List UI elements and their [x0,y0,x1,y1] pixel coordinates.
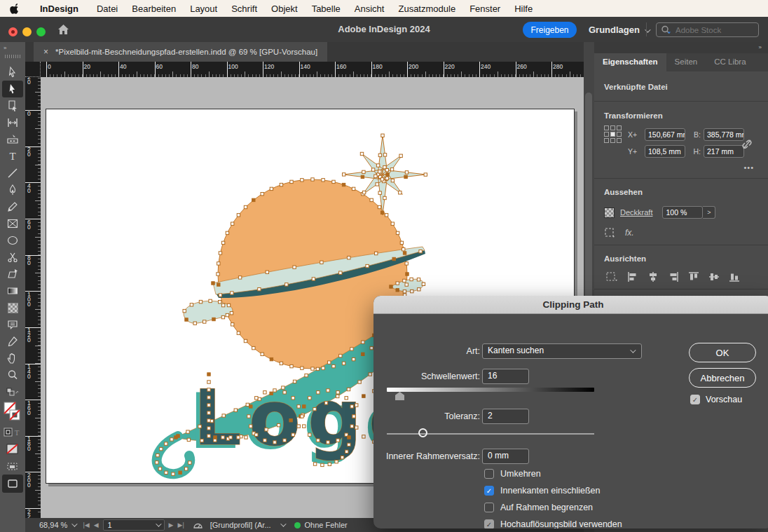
align-top-icon[interactable] [688,271,699,282]
align-right-icon[interactable] [668,271,679,282]
preview-checkbox-row[interactable]: ✓ Vorschau [690,395,742,404]
dashed-frame-icon[interactable] [2,458,23,475]
corner-options-icon[interactable] [604,227,615,238]
cancel-button[interactable]: Abbrechen [689,368,756,388]
vertical-ruler[interactable]: 2 002 04 06 08 01 0 01 2 01 4 01 6 01 8 … [25,77,41,518]
restrict-to-frame-checkbox[interactable] [484,503,494,512]
zoom-tool[interactable] [2,367,23,383]
menu-datei[interactable]: Datei [90,4,125,14]
x-field[interactable]: 150,667 mm [645,128,685,141]
panel-tab-cc-libraries[interactable]: CC Libra [706,53,754,71]
menu-objekt[interactable]: Objekt [264,4,305,14]
eyedropper-tool[interactable] [2,333,23,350]
content-collector-tool[interactable] [2,131,23,148]
rectangle-frame-tool[interactable] [2,215,23,232]
opacity-field[interactable]: 100 % > [662,206,715,219]
preview-checkbox[interactable]: ✓ [690,395,700,404]
preflight-profile[interactable]: [Grundprofil] (Ar... [210,521,271,529]
page-tool[interactable] [2,97,23,114]
menu-layout[interactable]: Layout [183,4,224,14]
panel-grip[interactable] [5,55,20,58]
threshold-slider[interactable] [387,388,594,392]
document-tab[interactable]: × *Pixelbild-mit-Beschneidungspfad-erste… [34,42,327,62]
reference-point-selector[interactable] [604,125,622,143]
close-icon[interactable]: × [43,47,48,57]
formatting-container-text-toggle[interactable]: T [2,424,23,441]
menu-zusatzmodule[interactable]: Zusatzmodule [391,4,462,14]
more-options-icon[interactable]: ••• [604,163,754,172]
page-number-field[interactable] [103,519,165,531]
use-high-res-image-checkbox[interactable]: ✓ [484,519,494,528]
first-page-button[interactable]: |◀ [83,521,89,528]
checkbox-row-use-high-res-image[interactable]: ✓Hochauflösungsbild verwenden [484,519,622,528]
opacity-label[interactable]: Deckkraft [620,208,652,217]
align-bottom-icon[interactable] [729,271,740,282]
invert-checkbox[interactable] [484,469,494,479]
window-close-button[interactable] [8,27,18,36]
home-icon[interactable] [57,24,69,35]
horizontal-ruler[interactable]: 020406080100120140160180200220240260280 [41,62,584,77]
align-center-horizontal-icon[interactable] [647,271,659,282]
align-left-icon[interactable] [627,271,638,282]
swap-fill-stroke[interactable] [2,383,23,400]
opacity-expander[interactable]: > [703,206,715,219]
prev-page-button[interactable]: ◀ [94,521,99,528]
menu-hilfe[interactable]: Hilfe [507,4,540,14]
fx-icon[interactable]: fx. [625,228,634,238]
share-button[interactable]: Freigeben [523,22,577,38]
menu-schrift[interactable]: Schrift [224,4,264,14]
checkbox-row-restrict-to-frame[interactable]: Auf Rahmen begrenzen [484,503,593,512]
direct-selection-tool[interactable] [2,64,23,81]
panel-collapse-icon[interactable]: » [0,42,7,51]
screen-mode-button[interactable] [2,475,23,493]
apply-none-button[interactable] [2,441,23,458]
panel-collapse-icon[interactable]: » [594,42,768,53]
gap-tool[interactable] [2,114,23,131]
h-field[interactable]: 217 mm [704,145,744,158]
menu-indesign[interactable]: InDesign [33,4,85,14]
checkbox-row-include-inside-edges[interactable]: ✓Innenkanten einschließen [484,486,600,496]
hand-tool[interactable] [2,350,23,367]
broken-link-icon[interactable] [741,138,753,151]
type-dropdown[interactable]: Kanten suchen [482,343,642,359]
w-field[interactable]: 385,778 mm [704,128,744,141]
window-zoom-button[interactable] [36,27,46,36]
zoom-level[interactable]: 68,94 % [39,521,67,529]
threshold-field[interactable]: 16 [482,369,529,384]
window-minimize-button[interactable] [22,27,32,36]
line-tool[interactable] [2,165,23,182]
menu-tabelle[interactable]: Tabelle [305,4,348,14]
include-inside-edges-checkbox[interactable]: ✓ [484,486,494,496]
tolerance-slider-thumb[interactable] [418,428,427,437]
free-transform-tool[interactable] [2,266,23,282]
apple-icon[interactable] [10,3,20,14]
note-tool[interactable] [2,316,23,333]
selection-tool[interactable] [2,81,23,97]
threshold-slider-thumb[interactable] [395,392,404,400]
fill-stroke-none-indicator[interactable] [2,400,23,424]
panel-tab-seiten[interactable]: Seiten [666,53,706,71]
adobe-stock-search[interactable] [656,22,759,37]
y-field[interactable]: 108,5 mm [645,145,685,158]
align-to-selector-icon[interactable] [605,271,618,282]
ok-button[interactable]: OK [689,343,756,362]
tolerance-field[interactable]: 2 [482,409,529,424]
inset-frame-field[interactable]: 0 mm [482,449,529,464]
scissors-tool[interactable] [2,249,23,266]
ruler-origin[interactable] [25,62,41,77]
gradient-tool[interactable] [2,282,23,299]
type-tool[interactable]: T [2,148,23,165]
ellipse-tool[interactable] [2,232,23,249]
pen-tool[interactable] [2,182,23,198]
pencil-tool[interactable] [2,198,23,215]
checkbox-row-invert[interactable]: Umkehren [484,469,541,479]
workspace-switcher[interactable]: Grundlagen [589,25,649,35]
panel-tab-eigenschaften[interactable]: Eigenschaften [594,53,666,71]
next-page-button[interactable]: ▶ [169,521,174,528]
stock-search-input[interactable] [676,26,746,34]
menu-fenster[interactable]: Fenster [462,4,507,14]
page-number-input[interactable] [108,521,136,529]
gradient-feather-tool[interactable] [2,299,23,316]
last-page-button[interactable]: ▶| [177,521,184,528]
menu-ansicht[interactable]: Ansicht [348,4,392,14]
